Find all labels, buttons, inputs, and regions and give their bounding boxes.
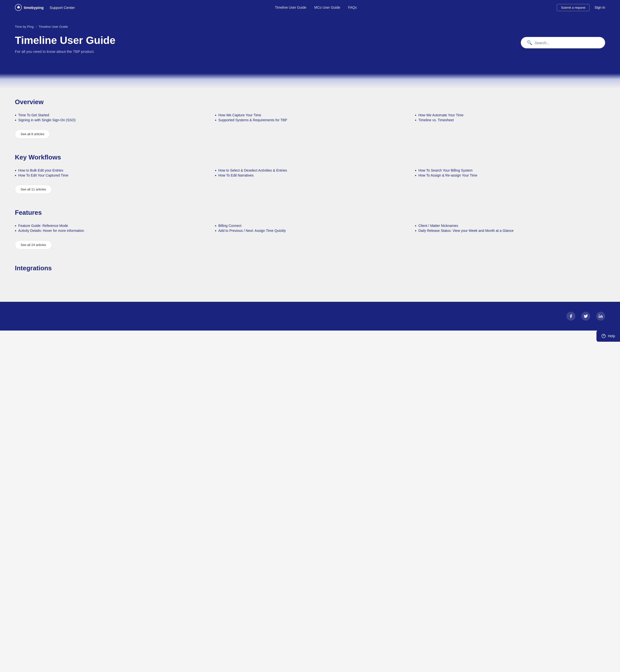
features-see-all-button[interactable]: See all 24 articles: [15, 240, 52, 250]
header: timebyping Support Center Timeline User …: [0, 0, 620, 15]
bullet-icon: •: [215, 113, 216, 117]
overview-articles-grid: • Time To Get Started • Signing in with …: [15, 113, 605, 122]
linkedin-button[interactable]: [596, 312, 605, 321]
bullet-icon: •: [215, 228, 216, 233]
key-workflows-articles-grid: • How to Bulk Edit your Entries • How To…: [15, 168, 605, 178]
article-link[interactable]: How To Assign & Re-assign Your Time: [418, 173, 477, 178]
article-link[interactable]: Signing in with Single Sign-On (SSO): [18, 118, 75, 123]
list-item: • How To Edit Your Captured Time: [15, 173, 205, 178]
submit-request-button[interactable]: Submit a request: [557, 4, 589, 11]
list-item: • Activity Details: Hover for more infor…: [15, 228, 205, 234]
list-item: • How To Assign & Re-assign Your Time: [415, 173, 605, 178]
list-item: • Daily Release Status: View your Week a…: [415, 228, 605, 234]
list-item: • How We Automate Your Time: [415, 113, 605, 118]
article-link[interactable]: Activity Details: Hover for more informa…: [18, 228, 84, 234]
article-link[interactable]: Time To Get Started: [18, 113, 49, 118]
overview-col-2: • How We Automate Your Time • Timeline v…: [415, 113, 605, 122]
nav-mco-guide[interactable]: MCo User Guide: [314, 5, 340, 9]
list-item: • Feature Guide: Reference Mode: [15, 223, 205, 228]
nav-timeline-guide[interactable]: Timeline User Guide: [275, 5, 306, 9]
header-actions: Submit a request Sign in: [557, 4, 605, 11]
integrations-title: Integrations: [15, 264, 605, 272]
bullet-icon: •: [415, 228, 416, 233]
features-articles-grid: • Feature Guide: Reference Mode • Activi…: [15, 223, 605, 233]
page-title: Timeline User Guide: [15, 35, 521, 46]
key-workflows-title: Key Workflows: [15, 154, 605, 161]
header-left: timebyping Support Center: [15, 4, 75, 11]
main-nav: Timeline User Guide MCo User Guide FAQs: [275, 5, 357, 9]
article-link[interactable]: How to Select & Deselect Activities & En…: [218, 168, 287, 173]
logo-icon: [15, 4, 22, 11]
bullet-icon: •: [15, 113, 16, 117]
list-item: • How To Search Your Billing System: [415, 168, 605, 173]
list-item: • How To Edit Narratives: [215, 173, 405, 178]
bullet-icon: •: [415, 173, 416, 178]
article-link[interactable]: How To Edit Your Captured Time: [18, 173, 68, 178]
overview-see-all-button[interactable]: See all 8 articles: [15, 130, 50, 139]
list-item: • Client / Matter Nicknames: [415, 223, 605, 228]
footer: [0, 302, 620, 330]
article-link[interactable]: Add to Previous / Next: Assign Time Quic…: [218, 228, 286, 234]
article-link[interactable]: How We Capture Your Time: [218, 113, 261, 118]
overview-col-0: • Time To Get Started • Signing in with …: [15, 113, 205, 122]
facebook-button[interactable]: [566, 312, 575, 321]
integrations-section: Integrations: [15, 264, 605, 272]
article-link[interactable]: Feature Guide: Reference Mode: [18, 223, 68, 228]
sign-in-button[interactable]: Sign in: [595, 5, 605, 9]
logo[interactable]: timebyping: [15, 4, 44, 11]
logo-text: timebyping: [24, 5, 44, 10]
bullet-icon: •: [415, 224, 416, 228]
twitter-button[interactable]: [581, 312, 590, 321]
article-link[interactable]: How To Edit Narratives: [218, 173, 253, 178]
bullet-icon: •: [215, 168, 216, 173]
features-col-1: • Billing Connect • Add to Previous / Ne…: [215, 223, 405, 233]
key-workflows-see-all-button[interactable]: See all 11 articles: [15, 185, 52, 194]
article-link[interactable]: Supported Systems & Requirements for TBP: [218, 118, 287, 123]
svg-rect-2: [599, 315, 600, 318]
article-link[interactable]: Client / Matter Nicknames: [418, 223, 458, 228]
search-box: 🔍: [521, 37, 605, 48]
breadcrumb-home[interactable]: Time by Ping: [15, 25, 34, 29]
list-item: • Add to Previous / Next: Assign Time Qu…: [215, 228, 405, 234]
features-title: Features: [15, 209, 605, 216]
breadcrumb-separator: ›: [36, 25, 37, 29]
article-link[interactable]: Timeline vs. Timesheet: [418, 118, 454, 123]
svg-point-3: [599, 314, 600, 315]
bullet-icon: •: [215, 224, 216, 228]
hero-text: Timeline User Guide For all you need to …: [15, 35, 521, 54]
article-link[interactable]: How We Automate Your Time: [418, 113, 464, 118]
hero-divider: [0, 73, 620, 88]
features-col-0: • Feature Guide: Reference Mode • Activi…: [15, 223, 205, 233]
overview-section: Overview • Time To Get Started • Signing…: [15, 98, 605, 139]
breadcrumb: Time by Ping › Timeline User Guide: [15, 25, 605, 29]
breadcrumb-current[interactable]: Timeline User Guide: [39, 25, 68, 29]
bullet-icon: •: [215, 118, 216, 122]
search-input[interactable]: [535, 41, 599, 45]
linkedin-icon: [599, 314, 603, 318]
list-item: • Signing in with Single Sign-On (SSO): [15, 118, 205, 123]
list-item: • How to Select & Deselect Activities & …: [215, 168, 405, 173]
nav-faqs[interactable]: FAQs: [348, 5, 357, 9]
list-item: • Time To Get Started: [15, 113, 205, 118]
article-link[interactable]: Billing Connect: [218, 223, 241, 228]
key-workflows-col-1: • How to Select & Deselect Activities & …: [215, 168, 405, 178]
article-link[interactable]: Daily Release Status: View your Week and…: [418, 228, 514, 234]
article-link[interactable]: How to Bulk Edit your Entries: [18, 168, 63, 173]
overview-col-1: • How We Capture Your Time • Supported S…: [215, 113, 405, 122]
overview-title: Overview: [15, 98, 605, 106]
bullet-icon: •: [415, 168, 416, 173]
bullet-icon: •: [415, 113, 416, 117]
bullet-icon: •: [415, 118, 416, 122]
bullet-icon: •: [15, 173, 16, 178]
bullet-icon: •: [15, 228, 16, 233]
article-link[interactable]: How To Search Your Billing System: [418, 168, 472, 173]
features-col-2: • Client / Matter Nicknames • Daily Rele…: [415, 223, 605, 233]
hero-content: Timeline User Guide For all you need to …: [15, 35, 605, 54]
bullet-icon: •: [15, 168, 16, 173]
key-workflows-section: Key Workflows • How to Bulk Edit your En…: [15, 154, 605, 194]
list-item: • How to Bulk Edit your Entries: [15, 168, 205, 173]
features-section: Features • Feature Guide: Reference Mode…: [15, 209, 605, 249]
key-workflows-col-0: • How to Bulk Edit your Entries • How To…: [15, 168, 205, 178]
list-item: • How We Capture Your Time: [215, 113, 405, 118]
list-item: • Billing Connect: [215, 223, 405, 228]
